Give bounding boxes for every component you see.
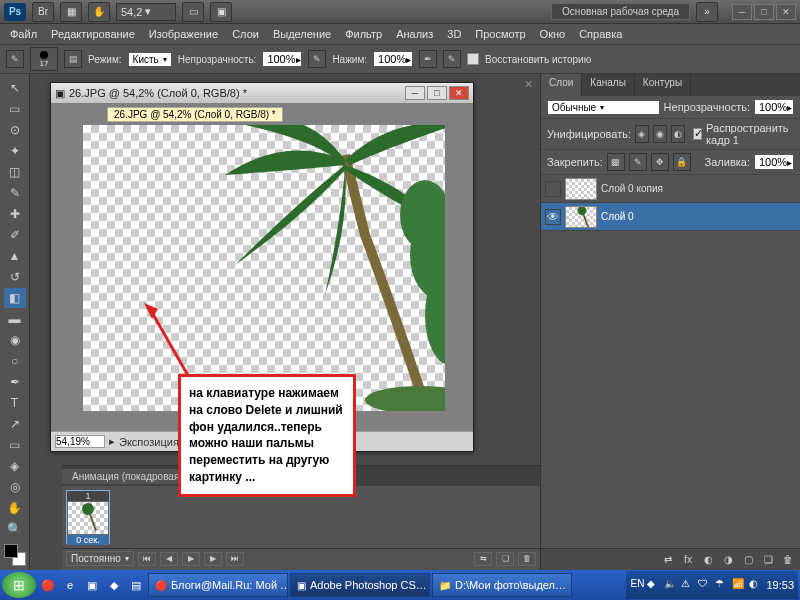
visibility-toggle[interactable] [545, 181, 561, 197]
menu-image[interactable]: Изображение [143, 26, 224, 42]
tray-icon[interactable]: ☂ [715, 578, 729, 592]
task-browser[interactable]: 🔴 Блоги@Mail.Ru: Мой … [148, 573, 288, 597]
wand-tool[interactable]: ✦ [4, 141, 26, 161]
link-layers-icon[interactable]: ⇄ [660, 553, 676, 567]
unify-position-icon[interactable]: ◈ [635, 125, 649, 143]
tray-icon[interactable]: 📶 [732, 578, 746, 592]
crop-tool[interactable]: ◫ [4, 162, 26, 182]
repeat-select[interactable]: Постоянно [66, 551, 134, 566]
unify-style-icon[interactable]: ◐ [671, 125, 685, 143]
window-maximize[interactable]: □ [754, 4, 774, 20]
eraser-preset-icon[interactable]: ✎ [6, 50, 24, 68]
delete-layer-icon[interactable]: 🗑 [780, 553, 796, 567]
mode-select[interactable]: Кисть [128, 52, 172, 67]
tray-icon[interactable]: 🛡 [698, 578, 712, 592]
workspace-selector[interactable]: Основная рабочая среда [551, 3, 690, 20]
brushes-panel-icon[interactable]: ▤ [64, 50, 82, 68]
flow-input[interactable]: 100%▸ [373, 51, 413, 67]
color-swatches[interactable] [4, 544, 26, 566]
tab-paths[interactable]: Контуры [635, 74, 691, 96]
document-titlebar[interactable]: ▣ 26.JPG @ 54,2% (Слой 0, RGB/8) * ─ □ ✕ [51, 83, 473, 103]
lasso-tool[interactable]: ⊙ [4, 120, 26, 140]
prev-frame-button[interactable]: ◀ [160, 552, 178, 566]
layer-row[interactable]: Слой 0 копия [541, 175, 800, 203]
history-brush-tool[interactable]: ↺ [4, 267, 26, 287]
lock-trans-icon[interactable]: ▩ [607, 153, 625, 171]
delete-frame-button[interactable]: 🗑 [518, 552, 536, 566]
propagate-checkbox[interactable] [693, 128, 702, 140]
menu-help[interactable]: Справка [573, 26, 628, 42]
zoom-level[interactable]: 54,2 ▾ [116, 3, 176, 21]
tab-animation[interactable]: Анимация (покадровая) [62, 469, 194, 484]
doc-maximize[interactable]: □ [427, 86, 447, 100]
task-explorer[interactable]: 📁 D:\Мои фото\выдел… [432, 573, 572, 597]
tray-icon[interactable]: ⚠ [681, 578, 695, 592]
fill-input[interactable]: 100%▸ [754, 154, 794, 170]
menu-analysis[interactable]: Анализ [390, 26, 439, 42]
grid-icon[interactable]: ▦ [60, 2, 82, 22]
unify-visibility-icon[interactable]: ◉ [653, 125, 667, 143]
tab-layers[interactable]: Слои [541, 74, 582, 96]
eyedropper-tool[interactable]: ✎ [4, 183, 26, 203]
path-tool[interactable]: ↗ [4, 414, 26, 434]
window-minimize[interactable]: ─ [732, 4, 752, 20]
pressure-size-icon[interactable]: ✎ [443, 50, 461, 68]
layer-name[interactable]: Слой 0 копия [601, 183, 663, 194]
blur-tool[interactable]: ◉ [4, 330, 26, 350]
new-frame-button[interactable]: ❏ [496, 552, 514, 566]
lock-pos-icon[interactable]: ✥ [651, 153, 669, 171]
fx-icon[interactable]: fx [680, 553, 696, 567]
quicklaunch-app3[interactable]: ▤ [126, 575, 146, 595]
airbrush-icon[interactable]: ✒ [419, 50, 437, 68]
gradient-tool[interactable]: ▬ [4, 309, 26, 329]
play-button[interactable]: ▶ [182, 552, 200, 566]
layer-name[interactable]: Слой 0 [601, 211, 634, 222]
lang-indicator[interactable]: EN [630, 578, 644, 592]
quicklaunch-opera[interactable]: 🔴 [38, 575, 58, 595]
pen-tool[interactable]: ✒ [4, 372, 26, 392]
window-close[interactable]: ✕ [776, 4, 796, 20]
tab-channels[interactable]: Каналы [582, 74, 635, 96]
hand-tool[interactable]: ✋ [4, 498, 26, 518]
menu-filter[interactable]: Фильтр [339, 26, 388, 42]
doc-close[interactable]: ✕ [449, 86, 469, 100]
start-button[interactable]: ⊞ [2, 572, 36, 598]
zoom-input[interactable] [55, 435, 105, 448]
menu-file[interactable]: Файл [4, 26, 43, 42]
heal-tool[interactable]: ✚ [4, 204, 26, 224]
menu-edit[interactable]: Редактирование [45, 26, 141, 42]
bridge-icon[interactable]: Br [32, 2, 54, 22]
mask-icon[interactable]: ◐ [700, 553, 716, 567]
visibility-toggle[interactable]: 👁 [545, 209, 561, 225]
brush-tool[interactable]: ✐ [4, 225, 26, 245]
tween-button[interactable]: ⇆ [474, 552, 492, 566]
screen-icon[interactable]: ▣ [210, 2, 232, 22]
shape-tool[interactable]: ▭ [4, 435, 26, 455]
opacity-input[interactable]: 100%▸ [262, 51, 302, 67]
menu-select[interactable]: Выделение [267, 26, 337, 42]
blend-mode-select[interactable]: Обычные [547, 100, 660, 115]
tray-icon[interactable]: ◐ [749, 578, 763, 592]
quicklaunch-app1[interactable]: ▣ [82, 575, 102, 595]
hand-icon[interactable]: ✋ [88, 2, 110, 22]
3d-camera-tool[interactable]: ◎ [4, 477, 26, 497]
adjustment-icon[interactable]: ◑ [720, 553, 736, 567]
zoom-tool[interactable]: 🔍 [4, 519, 26, 539]
menu-layers[interactable]: Слои [226, 26, 265, 42]
clock[interactable]: 19:53 [766, 579, 794, 591]
last-frame-button[interactable]: ⏭ [226, 552, 244, 566]
doc-minimize[interactable]: ─ [405, 86, 425, 100]
new-layer-icon[interactable]: ❏ [760, 553, 776, 567]
next-frame-button[interactable]: ▶ [204, 552, 222, 566]
move-tool[interactable]: ↖ [4, 78, 26, 98]
layer-opacity-input[interactable]: 100%▸ [754, 99, 794, 115]
pressure-opacity-icon[interactable]: ✎ [308, 50, 326, 68]
more-icon[interactable]: » [696, 2, 718, 22]
animation-frame[interactable]: 1 0 сек. [66, 490, 110, 544]
stamp-tool[interactable]: ▲ [4, 246, 26, 266]
lock-all-icon[interactable]: 🔒 [673, 153, 691, 171]
first-frame-button[interactable]: ⏮ [138, 552, 156, 566]
quicklaunch-app2[interactable]: ◆ [104, 575, 124, 595]
panel-collapse-icon[interactable]: ✕ [520, 76, 536, 92]
tray-icon[interactable]: ◆ [647, 578, 661, 592]
